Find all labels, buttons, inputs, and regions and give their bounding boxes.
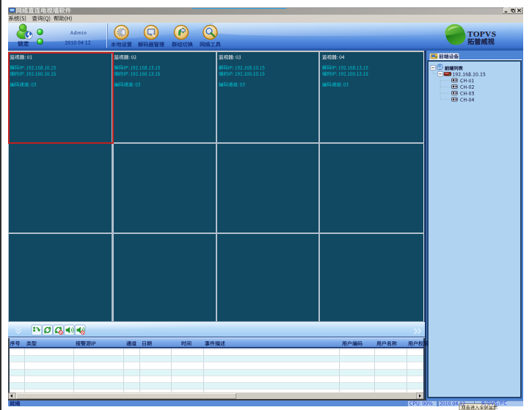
svg-text:TOPVS: TOPVS <box>467 29 496 38</box>
